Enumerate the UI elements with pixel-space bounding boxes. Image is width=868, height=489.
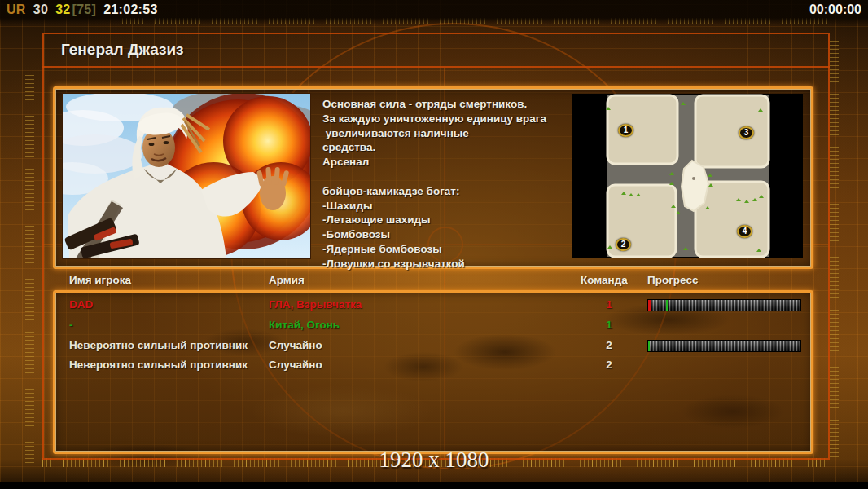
progress-tick-green (666, 300, 668, 311)
player-army: ГЛА, Взрывчатка (269, 298, 362, 311)
header-progress: Прогресс (647, 274, 698, 286)
status-fps: 30 (33, 2, 48, 16)
header-team: Команда (581, 274, 628, 286)
briefing-line: средства. (322, 140, 583, 155)
resolution-label: 1920 x 1080 (0, 447, 868, 473)
header-player-name: Имя игрока (69, 274, 131, 286)
bottom-letterbox (0, 482, 868, 489)
player-team: 1 (599, 319, 619, 331)
general-portrait-image (63, 94, 310, 258)
briefing-line: За каждую уничтоженную единицу врага (322, 112, 583, 126)
status-latency: 32 (55, 2, 70, 16)
player-team: 1 (599, 298, 619, 311)
status-bracket-value: [75] (72, 2, 97, 16)
minimap-start-marker: 2 (616, 238, 631, 251)
briefing-line: увеличиваются наличные (322, 126, 583, 141)
marker-number: 1 (624, 126, 629, 134)
briefing-line: -Ядерные бомбовозы (322, 242, 583, 257)
general-portrait (63, 94, 310, 258)
status-bar: UR3032[75]21:02:53 (7, 2, 165, 17)
player-row: Невероятно сильный противник Случайно 2 (55, 356, 811, 376)
marker-number: 3 (744, 128, 749, 137)
minimap-start-marker: 3 (739, 126, 754, 139)
title-divider-line (42, 66, 830, 68)
marker-number: 2 (621, 240, 626, 249)
player-team: 2 (599, 339, 619, 351)
briefing-text: Основная сила - отряды смертников. За ка… (322, 97, 583, 271)
briefing-line (322, 170, 583, 184)
marker-number: 4 (743, 227, 747, 236)
loading-screen: UR3032[75]21:02:53 00:00:00 Генерал Джаз… (0, 0, 868, 489)
player-name: - (69, 319, 73, 331)
briefing-line: Арсенал (322, 155, 583, 170)
status-clock: 21:02:53 (103, 2, 157, 16)
player-army: Случайно (269, 339, 322, 351)
minimap-start-marker: 1 (618, 124, 633, 137)
briefing-line: -Шахиды (322, 199, 583, 214)
player-army: Случайно (269, 359, 322, 371)
briefing-line: бойцов-камикадзе богат: (322, 184, 583, 199)
player-name: DAD (69, 298, 93, 311)
player-name: Невероятно сильный противник (69, 359, 248, 371)
player-list-panel: DAD ГЛА, Взрывчатка 1 - Китай, Огонь 1 Н… (53, 290, 813, 454)
player-name: Невероятно сильный противник (69, 339, 248, 351)
game-timer: 00:00:00 (809, 2, 861, 17)
status-ur: UR (7, 2, 26, 16)
player-row: Невероятно сильный противник Случайно 2 (55, 337, 811, 356)
header-army: Армия (269, 274, 305, 286)
player-army: Китай, Огонь (269, 319, 340, 331)
briefing-line: -Бомбовозы (322, 227, 583, 242)
ruler-left (25, 73, 34, 463)
loading-progress-bar (647, 299, 801, 311)
minimap: 1 3 2 4 (572, 94, 803, 258)
player-row: DAD ГЛА, Взрывчатка 1 (55, 296, 811, 315)
briefing-line: -Летающие шахиды (322, 213, 583, 227)
minimap-start-marker: 4 (737, 225, 752, 238)
progress-fill-red (648, 300, 651, 311)
minimap-terrain (572, 94, 803, 258)
briefing-line: -Ловушки со взрывчаткой (322, 257, 583, 271)
page-title: Генерал Джазиз (61, 41, 184, 59)
ruler-right (830, 37, 839, 457)
general-info-panel: Основная сила - отряды смертников. За ка… (53, 86, 813, 269)
player-team: 2 (599, 359, 619, 371)
briefing-line: Основная сила - отряды смертников. (322, 97, 583, 112)
player-row: - Китай, Огонь 1 (55, 316, 811, 336)
